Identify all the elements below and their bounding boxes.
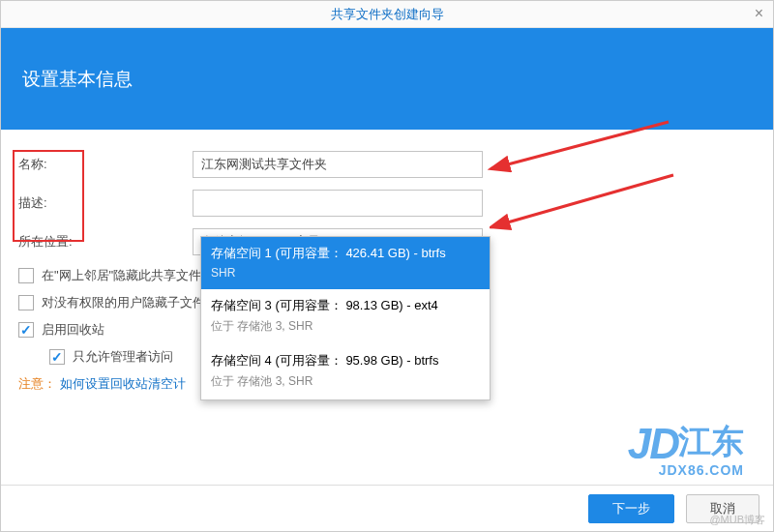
watermark-cn: 江东 [678,423,744,459]
dropdown-option-3[interactable]: 存储空间 4 (可用容量： 95.98 GB) - btrfs 位于 存储池 3… [201,344,490,399]
note-link[interactable]: 如何设置回收站清空计 [60,376,186,391]
checkbox-hide-noperm-label: 对没有权限的用户隐藏子文件 [42,294,205,311]
checkbox-admin-only[interactable]: ✓ [49,349,65,365]
desc-input[interactable] [193,190,483,217]
banner: 设置基本信息 [1,28,773,130]
dropdown-option-sub: SHR [211,266,480,280]
banner-title: 设置基本信息 [22,67,133,92]
dropdown-option-title: 存储空间 1 (可用容量： 426.41 GB) - btrfs [211,245,480,262]
close-icon[interactable]: × [755,5,763,22]
checkbox-hide-noperm[interactable] [18,295,34,310]
window-title: 共享文件夹创建向导 [331,6,444,23]
checkbox-recycle[interactable]: ✓ [18,322,34,338]
dropdown-option-2[interactable]: 存储空间 3 (可用容量： 98.13 GB) - ext4 位于 存储池 3,… [201,289,490,344]
dropdown-option-sub: 位于 存储池 3, SHR [211,318,480,335]
name-input[interactable] [193,151,483,178]
location-dropdown: 存储空间 1 (可用容量： 426.41 GB) - btrfs SHR 存储空… [200,236,491,400]
small-watermark: @MUB博客 [709,513,765,527]
next-button[interactable]: 下一步 [588,494,674,523]
checkbox-hide-network[interactable] [18,268,34,283]
note-prefix: 注意： [18,376,56,391]
checkbox-recycle-label: 启用回收站 [42,321,104,339]
annotation-box [13,150,84,242]
dropdown-option-1[interactable]: 存储空间 1 (可用容量： 426.41 GB) - btrfs SHR [201,237,490,289]
checkbox-hide-network-label: 在"网上邻居"隐藏此共享文件 [42,267,201,284]
wizard-window: 共享文件夹创建向导 × 设置基本信息 名称: 描述: 所在位置: 存储空间 1 … [0,0,774,532]
titlebar: 共享文件夹创建向导 × [1,1,773,28]
watermark-jd: JD [628,420,678,467]
dropdown-option-title: 存储空间 3 (可用容量： 98.13 GB) - ext4 [211,297,480,314]
watermark: JD江东 JDX86.COM [628,420,744,478]
dropdown-option-sub: 位于 存储池 3, SHR [211,373,480,390]
footer: 下一步 取消 [1,485,773,531]
dropdown-option-title: 存储空间 4 (可用容量： 95.98 GB) - btrfs [211,352,480,369]
checkbox-admin-only-label: 只允许管理者访问 [73,348,173,366]
